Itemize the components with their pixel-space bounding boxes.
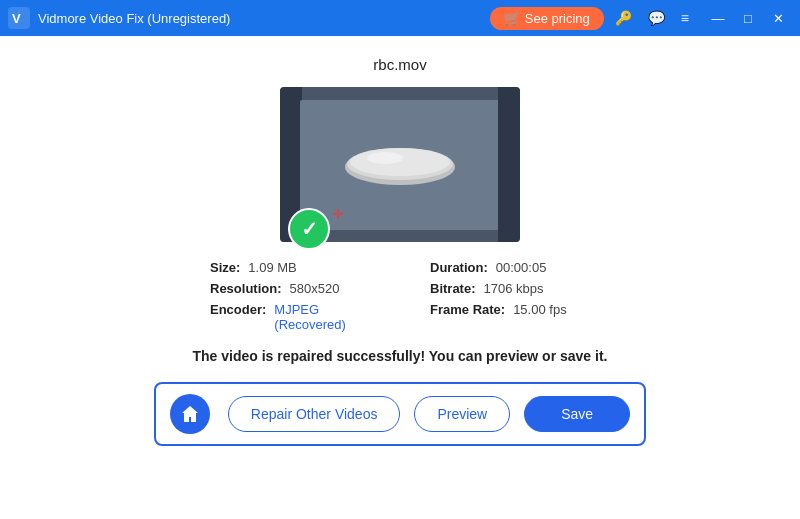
duration-row: Duration: 00:00:05 [430,260,590,275]
resolution-label: Resolution: [210,281,282,296]
check-icon: ✓ [301,219,318,239]
success-message: The video is repaired successfully! You … [193,348,608,364]
minimize-button[interactable]: — [704,4,732,32]
bitrate-row: Bitrate: 1706 kbps [430,281,590,296]
thumb-side-right [498,87,520,242]
home-icon [180,404,200,424]
framerate-label: Frame Rate: [430,302,505,317]
bitrate-label: Bitrate: [430,281,476,296]
thumb-inner [300,100,500,230]
app-title: Vidmore Video Fix (Unregistered) [38,11,490,26]
repair-other-button[interactable]: Repair Other Videos [228,396,401,432]
blob-shape [335,132,465,197]
video-thumbnail-wrap: ✓ ✛ [280,87,520,242]
main-content: rbc.mov ✓ ✛ Size: [0,36,800,519]
title-bar: V Vidmore Video Fix (Unregistered) 🛒 See… [0,0,800,36]
svg-point-5 [367,152,403,164]
save-button[interactable]: Save [524,396,630,432]
resolution-row: Resolution: 580x520 [210,281,370,296]
size-label: Size: [210,260,240,275]
action-area: Repair Other Videos Preview Save [154,382,646,446]
menu-icon-button[interactable]: ≡ [676,8,694,28]
svg-point-4 [350,148,450,176]
key-icon-button[interactable]: 🔑 [610,8,637,28]
duration-value: 00:00:05 [496,260,547,275]
success-badge: ✓ [288,208,330,250]
cursor-icon: ✛ [332,206,344,222]
duration-label: Duration: [430,260,488,275]
video-filename: rbc.mov [373,56,426,73]
framerate-row: Frame Rate: 15.00 fps [430,302,590,332]
svg-text:V: V [12,11,21,26]
framerate-value: 15.00 fps [513,302,567,317]
bitrate-value: 1706 kbps [484,281,544,296]
see-pricing-label: See pricing [525,11,590,26]
encoder-row: Encoder: MJPEG (Recovered) [210,302,370,332]
see-pricing-button[interactable]: 🛒 See pricing [490,7,604,30]
title-bar-actions: 🛒 See pricing 🔑 💬 ≡ — □ ✕ [490,4,792,32]
app-logo: V [8,7,30,29]
maximize-button[interactable]: □ [734,4,762,32]
encoder-label: Encoder: [210,302,266,317]
window-controls: — □ ✕ [704,4,792,32]
encoder-value: MJPEG (Recovered) [274,302,370,332]
preview-button[interactable]: Preview [414,396,510,432]
size-value: 1.09 MB [248,260,296,275]
chat-icon-button[interactable]: 💬 [643,8,670,28]
close-button[interactable]: ✕ [764,4,792,32]
home-button[interactable] [170,394,210,434]
info-grid: Size: 1.09 MB Duration: 00:00:05 Resolut… [210,260,590,332]
resolution-value: 580x520 [290,281,340,296]
size-row: Size: 1.09 MB [210,260,370,275]
cart-icon: 🛒 [504,11,520,26]
